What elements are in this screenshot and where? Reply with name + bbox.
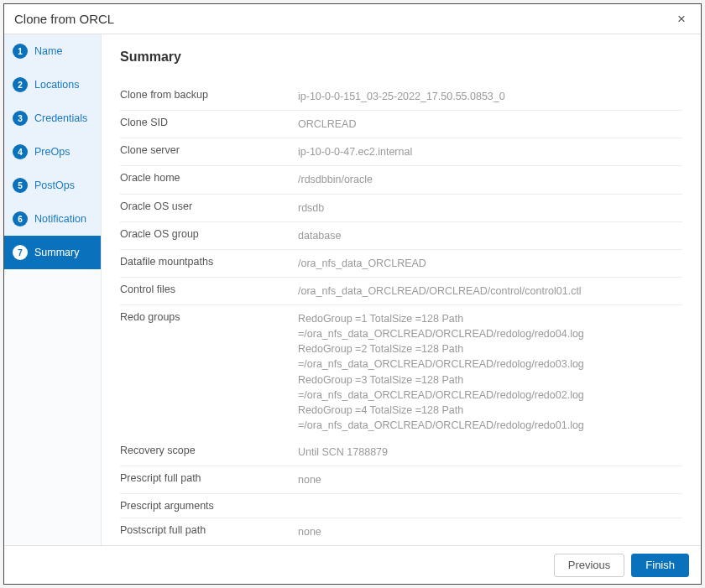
summary-value: ORCLREAD (298, 117, 682, 132)
summary-row: Prescript arguments (120, 494, 682, 518)
summary-label: Prescript arguments (120, 500, 298, 512)
step-number: 1 (13, 44, 28, 59)
step-credentials[interactable]: 3Credentials (4, 101, 101, 135)
wizard-body: 1Name2Locations3Credentials4PreOps5PostO… (4, 34, 701, 545)
summary-row: Redo groupsRedoGroup =1 TotalSize =128 P… (120, 305, 682, 439)
wizard-footer: Previous Finish (4, 545, 701, 584)
step-number: 4 (13, 144, 28, 159)
summary-value: RedoGroup =1 TotalSize =128 Path =/ora_n… (298, 311, 682, 433)
summary-label: Postscript full path (120, 524, 298, 536)
summary-value: Until SCN 1788879 (298, 445, 682, 460)
summary-row: Clone SIDORCLREAD (120, 111, 682, 138)
summary-value: /rdsdbbin/oracle (298, 172, 682, 187)
summary-row: Postscript full pathnone (120, 518, 682, 545)
close-icon[interactable]: × (672, 10, 691, 28)
summary-row: Clone serverip-10-0-0-47.ec2.internal (120, 138, 682, 166)
step-label: PreOps (34, 146, 70, 158)
step-number: 2 (13, 77, 28, 92)
step-number: 3 (13, 111, 28, 126)
summary-row: Clone from backupip-10-0-0-151_03-25-202… (120, 83, 682, 111)
summary-label: Control files (120, 284, 298, 295)
finish-button[interactable]: Finish (631, 554, 689, 577)
step-number: 5 (13, 178, 28, 193)
previous-button[interactable]: Previous (554, 554, 625, 577)
step-name[interactable]: 1Name (4, 34, 101, 68)
summary-row: Recovery scopeUntil SCN 1788879 (120, 439, 682, 466)
step-postops[interactable]: 5PostOps (4, 169, 101, 202)
wizard-main: Summary Clone from backupip-10-0-0-151_0… (102, 34, 701, 545)
step-number: 7 (13, 245, 28, 260)
step-label: Name (34, 45, 62, 57)
step-summary[interactable]: 7Summary (4, 236, 101, 269)
summary-label: Redo groups (120, 311, 298, 323)
summary-label: Oracle OS group (120, 228, 298, 240)
summary-label: Clone from backup (120, 89, 298, 101)
summary-value: /ora_nfs_data_ORCLREAD (298, 256, 682, 271)
step-label: Summary (34, 247, 79, 258)
summary-value: /ora_nfs_data_ORCLREAD/ORCLREAD/control/… (298, 284, 682, 299)
summary-label: Datafile mountpaths (120, 256, 298, 268)
summary-label: Recovery scope (120, 445, 298, 456)
step-number: 6 (13, 211, 28, 226)
titlebar: Clone from ORCL × (4, 4, 701, 34)
summary-label: Prescript full path (120, 472, 298, 484)
summary-row: Control files/ora_nfs_data_ORCLREAD/ORCL… (120, 278, 682, 305)
page-title: Summary (120, 49, 682, 65)
summary-row: Oracle OS userrdsdb (120, 195, 682, 222)
summary-value: database (298, 228, 682, 243)
step-preops[interactable]: 4PreOps (4, 135, 101, 169)
summary-row: Oracle home/rdsdbbin/oracle (120, 166, 682, 194)
summary-value: ip-10-0-0-151_03-25-2022_17.50.55.0853_0 (298, 89, 682, 104)
summary-value: rdsdb (298, 200, 682, 216)
summary-label: Oracle home (120, 172, 298, 184)
summary-row: Prescript full pathnone (120, 466, 682, 494)
summary-value: none (298, 472, 682, 487)
summary-label: Oracle OS user (120, 200, 298, 212)
wizard-sidebar: 1Name2Locations3Credentials4PreOps5PostO… (4, 34, 102, 545)
step-notification[interactable]: 6Notification (4, 202, 101, 236)
step-label: Notification (34, 213, 86, 225)
summary-table: Clone from backupip-10-0-0-151_03-25-202… (120, 83, 682, 545)
step-label: Locations (34, 79, 80, 91)
wizard-window: Clone from ORCL × 1Name2Locations3Creden… (3, 3, 702, 585)
summary-label: Clone server (120, 144, 298, 156)
step-label: Credentials (34, 112, 87, 124)
summary-value: ip-10-0-0-47.ec2.internal (298, 144, 682, 159)
summary-row: Oracle OS groupdatabase (120, 222, 682, 250)
window-title: Clone from ORCL (14, 12, 672, 26)
summary-row: Datafile mountpaths/ora_nfs_data_ORCLREA… (120, 250, 682, 278)
summary-value: none (298, 524, 682, 539)
step-locations[interactable]: 2Locations (4, 68, 101, 101)
summary-label: Clone SID (120, 117, 298, 128)
step-label: PostOps (34, 180, 75, 191)
